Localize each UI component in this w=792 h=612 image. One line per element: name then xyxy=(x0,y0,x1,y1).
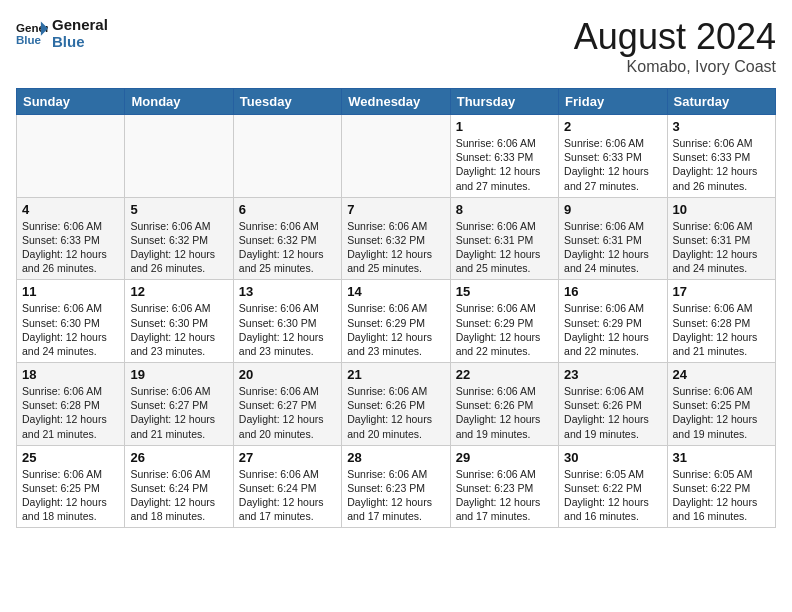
weekday-header-sunday: Sunday xyxy=(17,89,125,115)
calendar-cell: 18Sunrise: 6:06 AM Sunset: 6:28 PM Dayli… xyxy=(17,363,125,446)
calendar-cell: 24Sunrise: 6:06 AM Sunset: 6:25 PM Dayli… xyxy=(667,363,775,446)
day-number: 10 xyxy=(673,202,770,217)
calendar-cell: 30Sunrise: 6:05 AM Sunset: 6:22 PM Dayli… xyxy=(559,445,667,528)
day-number: 24 xyxy=(673,367,770,382)
week-row-1: 1Sunrise: 6:06 AM Sunset: 6:33 PM Daylig… xyxy=(17,115,776,198)
day-number: 15 xyxy=(456,284,553,299)
day-number: 16 xyxy=(564,284,661,299)
calendar-cell: 4Sunrise: 6:06 AM Sunset: 6:33 PM Daylig… xyxy=(17,197,125,280)
day-info: Sunrise: 6:06 AM Sunset: 6:27 PM Dayligh… xyxy=(130,384,227,441)
calendar-cell: 8Sunrise: 6:06 AM Sunset: 6:31 PM Daylig… xyxy=(450,197,558,280)
calendar-cell: 2Sunrise: 6:06 AM Sunset: 6:33 PM Daylig… xyxy=(559,115,667,198)
day-info: Sunrise: 6:06 AM Sunset: 6:31 PM Dayligh… xyxy=(564,219,661,276)
day-info: Sunrise: 6:06 AM Sunset: 6:28 PM Dayligh… xyxy=(673,301,770,358)
calendar-cell xyxy=(125,115,233,198)
calendar-cell: 14Sunrise: 6:06 AM Sunset: 6:29 PM Dayli… xyxy=(342,280,450,363)
calendar-cell: 21Sunrise: 6:06 AM Sunset: 6:26 PM Dayli… xyxy=(342,363,450,446)
day-number: 14 xyxy=(347,284,444,299)
day-number: 25 xyxy=(22,450,119,465)
day-number: 11 xyxy=(22,284,119,299)
calendar-cell: 9Sunrise: 6:06 AM Sunset: 6:31 PM Daylig… xyxy=(559,197,667,280)
day-number: 22 xyxy=(456,367,553,382)
svg-text:Blue: Blue xyxy=(16,34,42,46)
week-row-3: 11Sunrise: 6:06 AM Sunset: 6:30 PM Dayli… xyxy=(17,280,776,363)
day-number: 3 xyxy=(673,119,770,134)
logo: General Blue General Blue xyxy=(16,16,108,51)
day-info: Sunrise: 6:06 AM Sunset: 6:29 PM Dayligh… xyxy=(347,301,444,358)
location: Komabo, Ivory Coast xyxy=(574,58,776,76)
week-row-5: 25Sunrise: 6:06 AM Sunset: 6:25 PM Dayli… xyxy=(17,445,776,528)
title-block: August 2024 Komabo, Ivory Coast xyxy=(574,16,776,76)
calendar-cell: 12Sunrise: 6:06 AM Sunset: 6:30 PM Dayli… xyxy=(125,280,233,363)
calendar-cell: 15Sunrise: 6:06 AM Sunset: 6:29 PM Dayli… xyxy=(450,280,558,363)
calendar-cell: 29Sunrise: 6:06 AM Sunset: 6:23 PM Dayli… xyxy=(450,445,558,528)
calendar-cell: 7Sunrise: 6:06 AM Sunset: 6:32 PM Daylig… xyxy=(342,197,450,280)
day-info: Sunrise: 6:06 AM Sunset: 6:31 PM Dayligh… xyxy=(456,219,553,276)
day-number: 31 xyxy=(673,450,770,465)
logo-line1: General xyxy=(52,16,108,33)
day-number: 7 xyxy=(347,202,444,217)
day-info: Sunrise: 6:06 AM Sunset: 6:30 PM Dayligh… xyxy=(239,301,336,358)
day-number: 12 xyxy=(130,284,227,299)
weekday-header-wednesday: Wednesday xyxy=(342,89,450,115)
weekday-header-thursday: Thursday xyxy=(450,89,558,115)
day-number: 6 xyxy=(239,202,336,217)
day-info: Sunrise: 6:06 AM Sunset: 6:33 PM Dayligh… xyxy=(456,136,553,193)
calendar-cell: 3Sunrise: 6:06 AM Sunset: 6:33 PM Daylig… xyxy=(667,115,775,198)
page-header: General Blue General Blue August 2024 Ko… xyxy=(16,16,776,76)
calendar-cell: 16Sunrise: 6:06 AM Sunset: 6:29 PM Dayli… xyxy=(559,280,667,363)
weekday-header-monday: Monday xyxy=(125,89,233,115)
day-info: Sunrise: 6:06 AM Sunset: 6:32 PM Dayligh… xyxy=(347,219,444,276)
calendar-cell: 28Sunrise: 6:06 AM Sunset: 6:23 PM Dayli… xyxy=(342,445,450,528)
day-number: 5 xyxy=(130,202,227,217)
day-number: 26 xyxy=(130,450,227,465)
day-info: Sunrise: 6:06 AM Sunset: 6:29 PM Dayligh… xyxy=(456,301,553,358)
calendar-cell: 17Sunrise: 6:06 AM Sunset: 6:28 PM Dayli… xyxy=(667,280,775,363)
day-number: 19 xyxy=(130,367,227,382)
calendar-cell: 20Sunrise: 6:06 AM Sunset: 6:27 PM Dayli… xyxy=(233,363,341,446)
day-info: Sunrise: 6:06 AM Sunset: 6:33 PM Dayligh… xyxy=(22,219,119,276)
calendar-cell: 26Sunrise: 6:06 AM Sunset: 6:24 PM Dayli… xyxy=(125,445,233,528)
week-row-2: 4Sunrise: 6:06 AM Sunset: 6:33 PM Daylig… xyxy=(17,197,776,280)
calendar-cell xyxy=(342,115,450,198)
calendar: SundayMondayTuesdayWednesdayThursdayFrid… xyxy=(16,88,776,528)
day-info: Sunrise: 6:06 AM Sunset: 6:32 PM Dayligh… xyxy=(130,219,227,276)
day-info: Sunrise: 6:06 AM Sunset: 6:25 PM Dayligh… xyxy=(22,467,119,524)
calendar-cell: 11Sunrise: 6:06 AM Sunset: 6:30 PM Dayli… xyxy=(17,280,125,363)
weekday-header-saturday: Saturday xyxy=(667,89,775,115)
calendar-cell: 31Sunrise: 6:05 AM Sunset: 6:22 PM Dayli… xyxy=(667,445,775,528)
calendar-cell: 27Sunrise: 6:06 AM Sunset: 6:24 PM Dayli… xyxy=(233,445,341,528)
day-number: 27 xyxy=(239,450,336,465)
day-number: 17 xyxy=(673,284,770,299)
day-number: 23 xyxy=(564,367,661,382)
day-info: Sunrise: 6:06 AM Sunset: 6:26 PM Dayligh… xyxy=(347,384,444,441)
day-number: 28 xyxy=(347,450,444,465)
day-info: Sunrise: 6:06 AM Sunset: 6:29 PM Dayligh… xyxy=(564,301,661,358)
logo-icon: General Blue xyxy=(16,19,48,47)
day-info: Sunrise: 6:06 AM Sunset: 6:23 PM Dayligh… xyxy=(347,467,444,524)
day-info: Sunrise: 6:06 AM Sunset: 6:27 PM Dayligh… xyxy=(239,384,336,441)
day-info: Sunrise: 6:06 AM Sunset: 6:31 PM Dayligh… xyxy=(673,219,770,276)
weekday-header-row: SundayMondayTuesdayWednesdayThursdayFrid… xyxy=(17,89,776,115)
calendar-cell: 22Sunrise: 6:06 AM Sunset: 6:26 PM Dayli… xyxy=(450,363,558,446)
day-number: 1 xyxy=(456,119,553,134)
day-info: Sunrise: 6:06 AM Sunset: 6:33 PM Dayligh… xyxy=(673,136,770,193)
day-info: Sunrise: 6:05 AM Sunset: 6:22 PM Dayligh… xyxy=(564,467,661,524)
day-info: Sunrise: 6:06 AM Sunset: 6:26 PM Dayligh… xyxy=(564,384,661,441)
day-info: Sunrise: 6:06 AM Sunset: 6:25 PM Dayligh… xyxy=(673,384,770,441)
calendar-cell: 19Sunrise: 6:06 AM Sunset: 6:27 PM Dayli… xyxy=(125,363,233,446)
day-info: Sunrise: 6:06 AM Sunset: 6:23 PM Dayligh… xyxy=(456,467,553,524)
day-info: Sunrise: 6:06 AM Sunset: 6:24 PM Dayligh… xyxy=(239,467,336,524)
weekday-header-tuesday: Tuesday xyxy=(233,89,341,115)
day-info: Sunrise: 6:06 AM Sunset: 6:32 PM Dayligh… xyxy=(239,219,336,276)
day-info: Sunrise: 6:06 AM Sunset: 6:33 PM Dayligh… xyxy=(564,136,661,193)
day-number: 18 xyxy=(22,367,119,382)
month-year: August 2024 xyxy=(574,16,776,58)
day-number: 4 xyxy=(22,202,119,217)
day-number: 9 xyxy=(564,202,661,217)
day-info: Sunrise: 6:06 AM Sunset: 6:24 PM Dayligh… xyxy=(130,467,227,524)
weekday-header-friday: Friday xyxy=(559,89,667,115)
calendar-cell xyxy=(17,115,125,198)
day-info: Sunrise: 6:06 AM Sunset: 6:28 PM Dayligh… xyxy=(22,384,119,441)
calendar-cell: 23Sunrise: 6:06 AM Sunset: 6:26 PM Dayli… xyxy=(559,363,667,446)
